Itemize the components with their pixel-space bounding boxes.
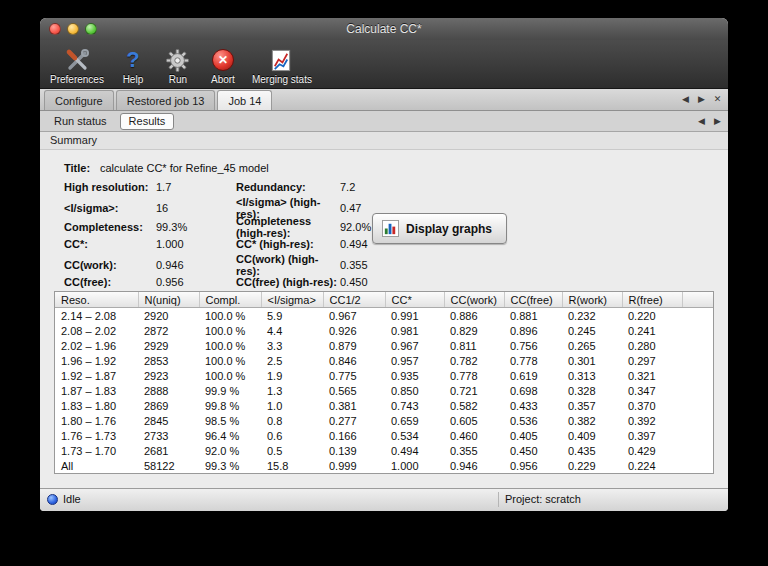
- summary-row: CC(free): 0.956 CC(free) (high-res): 0.4…: [64, 272, 728, 291]
- toolbar-button-merging-stats[interactable]: Merging stats: [252, 47, 312, 85]
- table-cell: 0.775: [323, 368, 385, 383]
- table-cell: 0.166: [323, 428, 385, 443]
- tab-configure[interactable]: Configure: [44, 90, 114, 110]
- table-cell: 5.9: [261, 308, 323, 324]
- tab-job-14[interactable]: Job 14: [217, 90, 272, 110]
- summary-value: 1.7: [156, 181, 236, 193]
- section-label: Summary: [50, 134, 97, 146]
- summary-label: CC(free):: [64, 276, 156, 288]
- column-header[interactable]: CC*: [385, 292, 444, 308]
- tab-results[interactable]: Results: [120, 113, 175, 130]
- table-cell: 0.450: [504, 443, 562, 458]
- table-cell: 15.8: [261, 458, 323, 473]
- table-cell: 1.87 – 1.83: [55, 383, 138, 398]
- toolbar-button-help[interactable]: ? Help: [117, 47, 149, 85]
- table-cell: 99.8 %: [199, 398, 261, 413]
- table-cell-filler: [682, 398, 713, 413]
- table-cell: 0.886: [444, 308, 504, 324]
- table-cell: 2869: [138, 398, 199, 413]
- table-cell: 0.999: [323, 458, 385, 473]
- table-cell: 0.619: [504, 368, 562, 383]
- table-cell: 0.429: [622, 443, 682, 458]
- table-cell: 0.536: [504, 413, 562, 428]
- table-row[interactable]: All5812299.3 %15.80.9991.0000.9460.9560.…: [55, 458, 713, 473]
- table-row[interactable]: 2.02 – 1.962929100.0 %3.30.8790.9670.811…: [55, 338, 713, 353]
- table-cell: 0.435: [562, 443, 622, 458]
- toolbar-button-abort[interactable]: ✕ Abort: [207, 47, 239, 85]
- table-cell: 100.0 %: [199, 323, 261, 338]
- table-cell-filler: [682, 323, 713, 338]
- table-row[interactable]: 1.87 – 1.83288899.9 %1.30.5650.8500.7210…: [55, 383, 713, 398]
- tab-run-status[interactable]: Run status: [46, 114, 115, 129]
- summary-value: 0.946: [156, 259, 236, 271]
- table-cell: 2929: [138, 338, 199, 353]
- table-row[interactable]: 2.14 – 2.082920100.0 %5.90.9670.9910.886…: [55, 308, 713, 324]
- tab-scroll-left-icon[interactable]: ◀: [680, 93, 691, 105]
- tab-scroll-left-icon[interactable]: ◀: [696, 115, 707, 127]
- results-table: Reso.N(uniq)Compl.<I/sigma>CC1/2CC*CC(wo…: [55, 292, 713, 473]
- column-header[interactable]: <I/sigma>: [261, 292, 323, 308]
- column-header[interactable]: Compl.: [199, 292, 261, 308]
- summary-label: CC* (high-res):: [236, 238, 340, 250]
- column-header[interactable]: CC(free): [504, 292, 562, 308]
- table-row[interactable]: 1.92 – 1.872923100.0 %1.90.7750.9350.778…: [55, 368, 713, 383]
- display-graphs-button[interactable]: Display graphs: [372, 213, 507, 244]
- zoom-window-button[interactable]: [85, 23, 97, 35]
- table-cell: 0.245: [562, 323, 622, 338]
- table-cell: 92.0 %: [199, 443, 261, 458]
- summary-value: 16: [156, 202, 236, 214]
- table-cell: 2.08 – 2.02: [55, 323, 138, 338]
- table-cell: 1.80 – 1.76: [55, 413, 138, 428]
- table-row[interactable]: 1.76 – 1.73273396.4 %0.60.1660.5340.4600…: [55, 428, 713, 443]
- column-header[interactable]: CC(work): [444, 292, 504, 308]
- tab-scroll-right-icon[interactable]: ▶: [696, 93, 707, 105]
- table-cell: 1.96 – 1.92: [55, 353, 138, 368]
- job-tab-bar: Configure Restored job 13 Job 14 ◀ ▶ ✕: [40, 89, 728, 111]
- help-icon: ?: [126, 47, 139, 73]
- project-label: Project: scratch: [505, 493, 581, 505]
- tab-restored-job-13[interactable]: Restored job 13: [116, 90, 216, 110]
- toolbar-button-preferences[interactable]: Preferences: [50, 47, 104, 85]
- summary-label: Completeness (high-res):: [236, 215, 340, 239]
- table-cell: 0.405: [504, 428, 562, 443]
- table-cell: 0.382: [562, 413, 622, 428]
- summary-label: Completeness:: [64, 221, 156, 233]
- table-cell-filler: [682, 443, 713, 458]
- table-row[interactable]: 1.96 – 1.922853100.0 %2.50.8460.9570.782…: [55, 353, 713, 368]
- table-cell: 1.73 – 1.70: [55, 443, 138, 458]
- table-cell: 2.02 – 1.96: [55, 338, 138, 353]
- summary-title-row: Title: calculate CC* for Refine_45 model: [64, 158, 728, 177]
- table-cell: 0.756: [504, 338, 562, 353]
- toolbar-button-run[interactable]: Run: [162, 47, 194, 85]
- table-row[interactable]: 1.83 – 1.80286999.8 %1.00.3810.7430.5820…: [55, 398, 713, 413]
- table-row[interactable]: 2.08 – 2.022872100.0 %4.40.9260.9810.829…: [55, 323, 713, 338]
- table-cell: 0.355: [444, 443, 504, 458]
- column-header[interactable]: N(uniq): [138, 292, 199, 308]
- close-window-button[interactable]: [49, 23, 61, 35]
- column-header[interactable]: CC1/2: [323, 292, 385, 308]
- minimize-window-button[interactable]: [67, 23, 79, 35]
- table-cell-filler: [682, 338, 713, 353]
- status-bar-divider: [498, 492, 499, 507]
- table-cell: 0.534: [385, 428, 444, 443]
- column-header[interactable]: R(free): [622, 292, 682, 308]
- table-cell: 0.850: [385, 383, 444, 398]
- results-table-header-row: Reso.N(uniq)Compl.<I/sigma>CC1/2CC*CC(wo…: [55, 292, 713, 308]
- table-cell-filler: [682, 353, 713, 368]
- table-cell: 0.957: [385, 353, 444, 368]
- table-cell: 0.328: [562, 383, 622, 398]
- table-row[interactable]: 1.80 – 1.76284598.5 %0.80.2770.6590.6050…: [55, 413, 713, 428]
- table-cell: 0.229: [562, 458, 622, 473]
- summary-label: CC(free) (high-res):: [236, 276, 340, 288]
- column-header[interactable]: R(work): [562, 292, 622, 308]
- summary-value: 0.450: [340, 276, 728, 288]
- column-header[interactable]: Reso.: [55, 292, 138, 308]
- summary-label: Redundancy:: [236, 181, 340, 193]
- table-row[interactable]: 1.73 – 1.70268192.0 %0.50.1390.4940.3550…: [55, 443, 713, 458]
- tab-close-icon[interactable]: ✕: [712, 93, 723, 105]
- tab-scroll-right-icon[interactable]: ▶: [712, 115, 723, 127]
- summary-label: CC(work) (high-res):: [236, 253, 340, 277]
- table-cell: 0.605: [444, 413, 504, 428]
- table-cell-filler: [682, 368, 713, 383]
- table-cell: 0.582: [444, 398, 504, 413]
